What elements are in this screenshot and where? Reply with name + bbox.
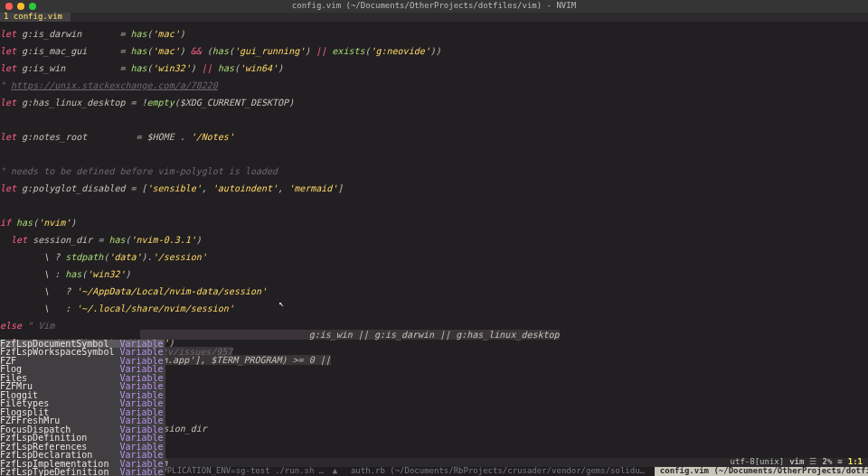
code-text: 'gui_running' — [234, 46, 305, 56]
code-text: , — [278, 183, 288, 193]
code-text: g:is_win || g:is_darwin || g:has_linux_d… — [140, 330, 560, 340]
code-text: 'sensible' — [147, 183, 202, 193]
code-text: has — [131, 63, 147, 73]
code-text: \ ? — [0, 252, 65, 262]
tabline: 1 config.vim — [0, 13, 868, 22]
code-text: && — [191, 46, 202, 56]
code-text: , — [202, 183, 212, 193]
code-text: ) — [278, 63, 283, 73]
kw-let: let — [0, 63, 16, 73]
comment: " needs to be defined before vim-polyglo… — [0, 166, 278, 176]
code-text: = — [119, 46, 130, 56]
code-text: ) — [71, 218, 76, 228]
kw-let: let — [0, 98, 16, 107]
code-text: 'win32' — [87, 269, 125, 279]
code-text: stdpath — [65, 252, 103, 262]
code-text: . — [175, 132, 191, 142]
kw-else: else — [0, 321, 22, 331]
completion-popup[interactable]: FzfLspDocumentSymbol VariableFzfLspWorks… — [0, 340, 165, 477]
tab-filename: config.vim — [14, 13, 62, 22]
code-text: has — [131, 46, 147, 56]
code-text: \ ? — [0, 286, 76, 296]
code-text: || — [202, 63, 212, 73]
code-text: session_dir — [27, 235, 98, 245]
kw-let: let — [0, 235, 27, 245]
code-text: g:polyglot_disabled — [16, 183, 130, 193]
code-text: has — [212, 46, 229, 56]
code-text: has — [108, 235, 125, 245]
code-text: = — [98, 235, 108, 245]
code-text: 'mac' — [153, 46, 180, 56]
code-text: g:is_mac_gui — [16, 46, 119, 56]
code-text: $XDG_CURRENT_DESKTOP — [180, 98, 288, 107]
code-text: '/session' — [153, 252, 207, 262]
code-text: ) — [180, 46, 191, 56]
code-text: ) — [288, 98, 294, 107]
comment: " — [0, 80, 11, 90]
code-text: = ! — [131, 98, 147, 107]
code-text: 'nvim-0.3.1' — [131, 235, 196, 245]
tab-index: 1 — [4, 13, 8, 22]
kw-let: let — [0, 132, 16, 142]
code-text: ) — [196, 235, 202, 245]
code-text: ) — [191, 63, 202, 73]
code-text: has — [65, 269, 81, 279]
code-text: '~/AppData/Local/nvim-data/session' — [76, 286, 267, 296]
code-text: 'mac' — [153, 29, 180, 39]
code-text: \ : — [0, 303, 76, 313]
code-text: 'win64' — [240, 63, 278, 73]
code-text: 'g:neovide' — [371, 46, 430, 56]
code-text: has — [16, 218, 33, 228]
code-text: = — [119, 63, 130, 73]
code-text: exists — [332, 46, 364, 56]
code-text: has — [218, 63, 234, 73]
completion-item[interactable]: FzfLspTypeDefinition Variable — [0, 468, 164, 476]
code-text: g:is_darwin — [16, 29, 119, 39]
code-text: g:is_win — [16, 63, 119, 73]
code-text: '~/.local/share/nvim/session' — [76, 303, 234, 313]
code-text: empty — [147, 98, 175, 107]
code-text: = — [137, 132, 147, 142]
code-text: g:notes_root — [16, 132, 136, 142]
code-text: '/Notes' — [191, 132, 234, 142]
code-text: )) — [430, 46, 441, 56]
window-title: config.vim (~/Documents/OtherProjects/do… — [0, 2, 868, 11]
code-text: ) — [126, 269, 131, 279]
code-text: Term.app'], $TERM_PROGRAM) >= 0 || — [140, 355, 331, 365]
window-titlebar: config.vim (~/Documents/OtherProjects/do… — [0, 0, 868, 13]
code-text: 'win32' — [153, 63, 191, 73]
code-text: $HOME — [147, 132, 175, 142]
code-text: 'data' — [108, 252, 141, 262]
code-text: ] — [337, 183, 343, 193]
kw-if: if — [0, 218, 11, 228]
code-text: has — [131, 29, 147, 39]
comment-url: https://unix.stackexchange.com/a/78220 — [11, 80, 218, 90]
code-text: \ : — [0, 269, 65, 279]
kw-let: let — [0, 183, 16, 193]
code-text: = — [119, 29, 130, 39]
code-text: 'autoindent' — [212, 183, 278, 193]
code-text: ( — [202, 46, 212, 56]
code-text: 'nvim' — [38, 218, 71, 228]
code-text: g:has_linux_desktop — [16, 98, 130, 107]
mouse-cursor-icon: ↖ — [278, 299, 284, 308]
editor-viewport[interactable]: let g:is_darwin = has('mac') let g:is_ma… — [0, 22, 868, 459]
code-text: ) — [180, 29, 185, 39]
comment: " Vim — [22, 321, 54, 331]
tab-current[interactable]: 1 config.vim — [0, 13, 71, 22]
code-text: || — [316, 46, 326, 56]
code-text: ) — [305, 46, 316, 56]
kw-let: let — [0, 29, 16, 39]
code-text: ). — [142, 252, 153, 262]
code-text: = [ — [131, 183, 147, 193]
kw-let: let — [0, 46, 16, 56]
code-text: 'mermaid' — [288, 183, 337, 193]
